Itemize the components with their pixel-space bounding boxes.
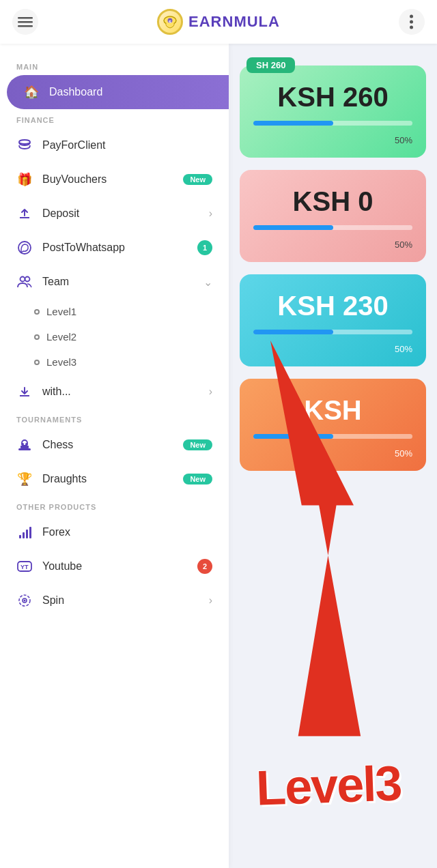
youtube-label: Youtube bbox=[42, 560, 188, 573]
level2-dot bbox=[34, 334, 40, 340]
svg-rect-20 bbox=[26, 530, 28, 538]
card2-percent: 50% bbox=[253, 240, 412, 250]
svg-rect-2 bbox=[18, 25, 33, 27]
team-chevron: ⌄ bbox=[203, 276, 212, 289]
svg-rect-19 bbox=[23, 532, 25, 538]
withdraw-label: with... bbox=[42, 386, 199, 398]
svg-rect-21 bbox=[29, 527, 31, 538]
svg-point-26 bbox=[24, 600, 26, 602]
svg-rect-1 bbox=[18, 21, 33, 23]
card4-progress-bg bbox=[253, 434, 412, 439]
svg-point-16 bbox=[21, 443, 24, 446]
card-green: SH 260 KSH 260 50% bbox=[240, 66, 426, 158]
section-label-other: OTHER PRODUCTS bbox=[0, 496, 229, 515]
level1-label: Level1 bbox=[46, 306, 76, 317]
deposit-label: Deposit bbox=[42, 207, 199, 220]
svg-point-9 bbox=[19, 140, 30, 144]
card1-progress-bg bbox=[253, 121, 412, 126]
sidebar-item-level3[interactable]: Level3 bbox=[0, 349, 229, 375]
sidebar-item-spin[interactable]: Spin › bbox=[0, 583, 229, 618]
card3-progress bbox=[253, 330, 333, 334]
upload-icon bbox=[16, 205, 33, 222]
svg-point-10 bbox=[18, 242, 31, 254]
sidebar-item-postToWhatsapp[interactable]: PostToWhatsapp 1 bbox=[0, 231, 229, 265]
deposit-chevron: › bbox=[209, 207, 212, 220]
postToWhatsapp-label: PostToWhatsapp bbox=[42, 242, 188, 254]
dashboard-label: Dashboard bbox=[49, 86, 212, 98]
level3-dot bbox=[34, 360, 40, 365]
logo-icon: $ bbox=[157, 9, 183, 35]
payForClient-label: PayForClient bbox=[42, 139, 212, 151]
section-label-finance: FINANCE bbox=[0, 109, 229, 128]
card2-amount: KSH 0 bbox=[253, 186, 412, 217]
right-panel: SH 260 KSH 260 50% KSH 0 50% KSH 230 50% bbox=[229, 44, 437, 868]
withdraw-icon bbox=[16, 384, 33, 400]
spin-icon bbox=[16, 592, 33, 609]
draughts-label: Draughts bbox=[42, 473, 173, 485]
card3-progress-bg bbox=[253, 330, 412, 334]
card4-progress bbox=[253, 434, 333, 439]
team-icon bbox=[16, 274, 33, 290]
sidebar-item-buyVouchers[interactable]: 🎁 BuyVouchers New bbox=[0, 162, 229, 197]
sidebar-item-forex[interactable]: Forex bbox=[0, 515, 229, 549]
gift-icon: 🎁 bbox=[16, 171, 33, 188]
draughts-icon: 🏆 bbox=[16, 471, 33, 487]
card4-amount: KSH bbox=[253, 395, 412, 426]
whatsapp-icon bbox=[16, 240, 33, 256]
level3-label: Level3 bbox=[46, 356, 76, 368]
sidebar-item-level1[interactable]: Level1 bbox=[0, 299, 229, 324]
card2-progress-bg bbox=[253, 225, 412, 230]
sidebar-item-payForClient[interactable]: PayForClient bbox=[0, 128, 229, 162]
level1-dot bbox=[34, 309, 40, 315]
spin-chevron: › bbox=[209, 594, 212, 607]
sidebar-item-deposit[interactable]: Deposit › bbox=[0, 197, 229, 231]
svg-point-12 bbox=[25, 277, 30, 282]
section-label-main: MAIN bbox=[0, 56, 229, 75]
card1-tab: SH 260 bbox=[246, 57, 295, 73]
app-logo: $ EARNMULA bbox=[157, 9, 280, 35]
card1-progress bbox=[253, 121, 333, 126]
level3-watermark: Level3 bbox=[255, 755, 402, 815]
more-options-button[interactable] bbox=[399, 9, 425, 35]
youtube-icon: YT bbox=[16, 558, 33, 575]
svg-point-8 bbox=[410, 26, 413, 29]
sidebar-item-draughts[interactable]: 🏆 Draughts New bbox=[0, 462, 229, 496]
card3-amount: KSH 230 bbox=[253, 291, 412, 321]
svg-point-11 bbox=[20, 277, 25, 282]
card2-progress bbox=[253, 225, 333, 230]
forex-label: Forex bbox=[42, 526, 212, 538]
menu-button[interactable] bbox=[12, 9, 38, 35]
card-pink: KSH 0 50% bbox=[240, 170, 426, 262]
app-name: EARNMULA bbox=[188, 13, 280, 31]
team-label: Team bbox=[42, 276, 194, 288]
card-teal: KSH 230 50% bbox=[240, 274, 426, 366]
database-icon bbox=[16, 137, 33, 154]
main-layout: MAIN 🏠 Dashboard FINANCE PayForClient 🎁 … bbox=[0, 44, 437, 868]
forex-icon bbox=[16, 524, 33, 540]
sidebar-item-dashboard[interactable]: 🏠 Dashboard bbox=[7, 75, 229, 109]
svg-point-7 bbox=[410, 20, 413, 24]
card1-amount: KSH 260 bbox=[253, 82, 412, 113]
withdraw-chevron: › bbox=[209, 386, 212, 398]
svg-rect-13 bbox=[18, 448, 31, 450]
sidebar-item-youtube[interactable]: YT Youtube 2 bbox=[0, 549, 229, 583]
sidebar-item-team[interactable]: Team ⌄ bbox=[0, 265, 229, 299]
svg-text:YT: YT bbox=[20, 564, 29, 570]
sidebar-item-level2[interactable]: Level2 bbox=[0, 324, 229, 349]
svg-rect-0 bbox=[18, 17, 33, 19]
header: $ EARNMULA bbox=[0, 0, 437, 44]
svg-point-6 bbox=[410, 15, 413, 18]
section-label-tournaments: TOURNAMENTS bbox=[0, 409, 229, 428]
card-orange: KSH 50% bbox=[240, 379, 426, 471]
card1-percent: 50% bbox=[253, 135, 412, 145]
sidebar-item-chess[interactable]: Chess New bbox=[0, 428, 229, 462]
svg-point-17 bbox=[25, 443, 28, 446]
spin-label: Spin bbox=[42, 594, 199, 607]
svg-rect-18 bbox=[19, 535, 21, 538]
sidebar-item-withdraw[interactable]: with... › bbox=[0, 375, 229, 409]
buyVouchers-label: BuyVouchers bbox=[42, 173, 173, 186]
card4-percent: 50% bbox=[253, 448, 412, 459]
card3-percent: 50% bbox=[253, 344, 412, 354]
level2-label: Level2 bbox=[46, 331, 76, 343]
draughts-badge: New bbox=[183, 474, 212, 484]
